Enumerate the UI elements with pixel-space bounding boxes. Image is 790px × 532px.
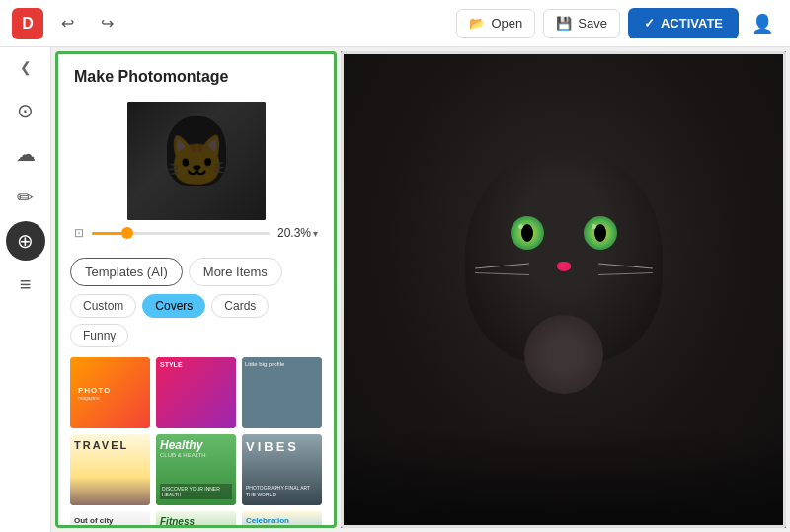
filter-row: Custom Covers Cards Funny [58, 290, 334, 351]
template-item[interactable]: PHOTO magazine [70, 357, 150, 428]
zoom-value: 20.3% ▾ [277, 226, 318, 240]
chevron-left-icon: ❮ [20, 59, 32, 75]
activate-label: ACTIVATE [661, 16, 723, 31]
open-label: Open [491, 16, 522, 31]
left-panel: Make Photomontage ⊡ 20.3% ▾ Templat [55, 51, 337, 528]
template-item[interactable]: VIBES PHOTOGRAPHY FINAL ARTTHE WORLD [242, 434, 322, 505]
sidebar-item-adjust[interactable]: ≡ [6, 265, 45, 304]
activate-button[interactable]: ✓ ACTIVATE [628, 8, 739, 38]
collapse-button[interactable]: ❮ [14, 55, 38, 79]
panel-title: Make Photomontage [58, 54, 334, 94]
save-button[interactable]: 💾 Save [543, 9, 620, 38]
sidebar-narrow: ❮ ⊙ ☁ ✏ ⊕ ≡ [0, 47, 51, 532]
preview-area: ⊡ 20.3% ▾ [58, 94, 334, 254]
undo-button[interactable]: ↩ [51, 8, 83, 39]
redo-icon: ↪ [101, 14, 114, 33]
filter-funny[interactable]: Funny [70, 324, 128, 347]
sidebar-item-photomontage[interactable]: ⊕ [6, 221, 45, 261]
filter-cards-label: Cards [224, 299, 256, 313]
slider-thumb[interactable] [121, 227, 133, 239]
cat-preview-image [127, 102, 266, 220]
tab-more-items-label: More Items [203, 265, 268, 279]
filter-covers-label: Covers [155, 299, 193, 313]
sidebar-item-paint[interactable]: ✏ [6, 178, 45, 217]
save-icon: 💾 [556, 16, 572, 31]
zoom-slider-row: ⊡ 20.3% ▾ [74, 220, 318, 246]
filter-cards[interactable]: Cards [211, 294, 269, 318]
sidebar-item-weather[interactable]: ☁ [6, 134, 45, 174]
open-button[interactable]: 📂 Open [456, 9, 535, 38]
logo-icon: D [22, 15, 34, 33]
adjust-icon: ≡ [20, 273, 32, 296]
main-area: ❮ ⊙ ☁ ✏ ⊕ ≡ Make Photomontage ⊡ [0, 47, 790, 532]
zoom-icon: ⊡ [74, 226, 84, 240]
template-item[interactable]: Healthy CLUB & HEALTH DISCOVER YOUR INNE… [156, 434, 236, 505]
template-item[interactable]: Fitness 5 MINS [156, 511, 236, 525]
template-item[interactable]: Out of city [70, 511, 150, 525]
sidebar-item-face[interactable]: ⊙ [6, 91, 45, 130]
cat-figure [455, 137, 672, 414]
open-icon: 📂 [469, 16, 485, 31]
template-item[interactable]: STYLE [156, 357, 236, 428]
templates-grid: PHOTO magazine STYLE Little big profile … [58, 351, 334, 525]
user-icon: 👤 [751, 13, 773, 35]
tab-templates-ai-label: Templates (AI) [85, 265, 168, 279]
tab-templates-ai[interactable]: Templates (AI) [70, 258, 183, 286]
undo-icon: ↩ [61, 14, 74, 33]
filter-custom-label: Custom [83, 299, 123, 313]
photo-area [341, 51, 786, 528]
user-button[interactable]: 👤 [747, 8, 778, 39]
filter-custom[interactable]: Custom [70, 294, 136, 318]
photomontage-icon: ⊕ [17, 229, 34, 253]
preview-image-container [127, 102, 266, 220]
weather-icon: ☁ [16, 142, 36, 166]
zoom-slider[interactable] [92, 232, 270, 235]
cat-nose [557, 262, 571, 271]
face-recognition-icon: ⊙ [17, 99, 34, 122]
tab-row: Templates (AI) More Items [58, 258, 334, 286]
template-item[interactable]: Little big profile [242, 357, 322, 428]
cat-eyes [511, 216, 617, 250]
template-item[interactable]: Celebration [242, 511, 322, 525]
filter-funny-label: Funny [83, 329, 116, 342]
redo-button[interactable]: ↪ [91, 8, 122, 39]
zoom-dropdown-icon[interactable]: ▾ [313, 228, 318, 239]
filter-covers[interactable]: Covers [142, 294, 205, 318]
header: D ↩ ↪ 📂 Open 💾 Save ✓ ACTIVATE 👤 [0, 0, 790, 47]
paint-icon: ✏ [17, 186, 34, 209]
tab-more-items[interactable]: More Items [189, 258, 282, 286]
zoom-percent: 20.3% [277, 226, 311, 240]
activate-check-icon: ✓ [644, 16, 655, 31]
logo-button[interactable]: D [12, 8, 43, 39]
template-item[interactable]: TRAVEL [70, 434, 150, 505]
save-label: Save [578, 16, 607, 31]
photo-bottom-gradient [341, 429, 786, 528]
